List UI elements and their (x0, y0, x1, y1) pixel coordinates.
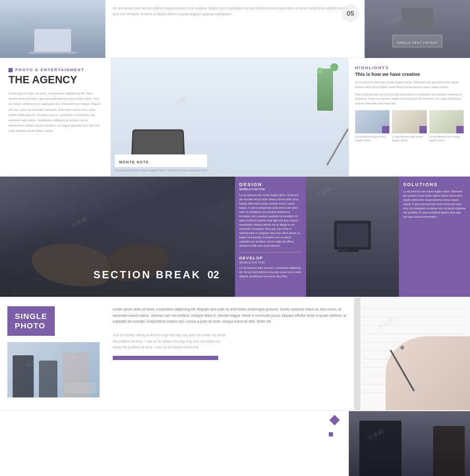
design-body: La est laborum ado rumes fugalis ultriss… (239, 193, 302, 248)
top-body-text: elli aul laoreet wisi laoreet dolore mag… (105, 0, 365, 57)
top-right-photo: 千库网 SINGLE TEXT LAYOUT (365, 0, 470, 58)
row-2: PHOTO & ENTERTAINMENT THE AGENCY Lorem i… (0, 58, 470, 177)
solutions-box: SOLUTIONS La est laborum ado rumes fugal… (399, 177, 470, 297)
design-subtitle: WORLD FACTOR (239, 188, 302, 191)
row-3: 千库网 SECTION BREAK 02 DESIGN WORLD FACTOR… (0, 177, 470, 297)
single-photo-badge: SINGLE PHOTO (7, 306, 55, 336)
single-photo-quote1: Just for today I will try to live throug… (113, 332, 347, 338)
solutions-body: La est laborum ado rumes fugalis ultriss… (403, 189, 466, 219)
page-wrapper: 千库网 elli aul laoreet wisi laoreet dolore… (0, 0, 470, 476)
highlights-subtitle: This is how we have creative (355, 72, 464, 77)
highlight-item-1: La est laborum ado rumes fugalis ultriss… (355, 110, 389, 142)
purple-square-accent (8, 68, 13, 72)
row-4: SINGLE PHOTO 千库网 Lorem ipsum dolor sit a… (0, 297, 470, 410)
single-photo-center: Lorem ipsum dolor sit amet, consectetur … (105, 298, 354, 410)
highlight-caption-3: La est laborum ado rumes fugalis ultriss… (429, 135, 464, 142)
row-5: 千库网 (0, 410, 470, 476)
design-box: DESIGN WORLD FACTOR La est laborum ado r… (235, 177, 306, 297)
agency-title: THE AGENCY (8, 74, 102, 85)
highlights-body2: Nae et perspiciatis una omnis iste natus… (355, 92, 464, 106)
bottom-left (0, 411, 349, 476)
page-number-badge: 05 (341, 4, 359, 22)
page-number: 05 (347, 9, 354, 17)
develop-section: DEVELOP WORLD FACTOR La est laborum dolo… (239, 252, 302, 278)
agency-body: Lorem ipsum dolor sit amet, consectetur … (8, 91, 102, 134)
agency-tag-row: PHOTO & ENTERTAINMENT (8, 67, 102, 72)
purple-rect-deco (329, 432, 333, 436)
highlights-grid: La est laborum ado rumes fugalis ultriss… (355, 110, 464, 142)
single-photo-quote2: life problem at once. I can do for twelv… (113, 338, 347, 345)
monte-note-label: MONTE NOTE (115, 154, 207, 167)
top-body-paragraph: elli aul laoreet wisi laoreet dolore mag… (113, 5, 357, 17)
design-label: DESIGN (239, 182, 302, 187)
purple-diamond-deco (329, 415, 340, 425)
highlight-caption-2: La est laborum ado rumes fugalis ultriss… (392, 135, 426, 142)
solutions-label: SOLUTIONS (403, 182, 466, 187)
watermark-3: 千库网 (169, 95, 188, 111)
develop-label: DEVELOP (239, 256, 302, 260)
single-photo-right: 千库网 (354, 298, 470, 410)
center-monitor-photo: 千库网 (306, 177, 399, 297)
top-left-photo: 千库网 (0, 0, 105, 58)
highlights-body1: Id est laborum and dolo rumes fugalis ul… (355, 80, 464, 90)
section-break-panel: 千库网 SECTION BREAK 02 (0, 177, 235, 297)
single-photo-img: 千库网 (7, 342, 100, 397)
purple-accent-bar (113, 356, 218, 360)
row-1: 千库网 elli aul laoreet wisi laoreet dolore… (0, 0, 470, 58)
monte-note-container: MONTE NOTE Id est laborum ado rumes fuga… (115, 154, 207, 172)
badge-line2: PHOTO (15, 321, 47, 331)
agency-center-photo: 千库网 MONTE NOTE Id est laborum ado rumes … (111, 58, 349, 176)
highlight-caption-1: La est laborum ado rumes fugalis ultriss… (355, 135, 389, 142)
single-photo-quote3: whole life problem at once. I can do for… (113, 344, 347, 351)
highlight-item-3: La est laborum ado rumes fugalis ultriss… (429, 110, 464, 142)
develop-subtitle: WORLD FACTOR (239, 261, 302, 264)
single-photo-body: Lorem ipsum dolor sit amet, consectetur … (113, 306, 347, 325)
design-solutions-panel: DESIGN WORLD FACTOR La est laborum ado r… (235, 177, 470, 297)
agency-left: PHOTO & ENTERTAINMENT THE AGENCY Lorem i… (0, 58, 111, 176)
section-break-number: 02 (208, 269, 219, 281)
bottom-right-photo: 千库网 (349, 411, 470, 476)
single-photo-left: SINGLE PHOTO 千库网 (0, 298, 105, 410)
highlights-label: HIGHLIGHTS (355, 65, 464, 70)
section-break-content: SECTION BREAK 02 (93, 269, 219, 281)
single-text-layout-label: SINGLE TEXT LAYOUT (397, 41, 438, 44)
hand-writing-overlay (386, 336, 470, 410)
develop-body: La est laborum dolor sit amet, consectet… (239, 266, 302, 278)
agency-tag: PHOTO & ENTERTAINMENT (15, 67, 84, 72)
highlight-item-2: La est laborum ado rumes fugalis ultriss… (392, 110, 426, 142)
highlights-panel: HIGHLIGHTS This is how we have creative … (349, 58, 470, 176)
agency-caption: Id est laborum ado rumes fugalis ultriss… (115, 169, 207, 172)
section-break-text: SECTION BREAK (93, 269, 201, 281)
badge-line1: SINGLE (15, 312, 47, 321)
